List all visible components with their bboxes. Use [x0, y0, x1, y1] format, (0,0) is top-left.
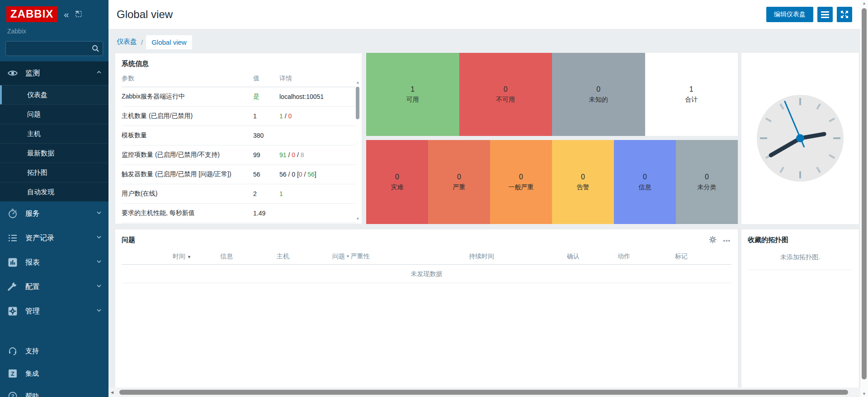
breadcrumb-current-link[interactable]: Global view — [146, 35, 192, 49]
parameter-details: 1 — [279, 190, 347, 197]
scroll-down-icon[interactable]: ▼ — [355, 217, 360, 221]
parameter-name: 触发器数量 (已启用/已禁用 [问题/正常]) — [122, 170, 253, 178]
severity-cell-严重[interactable]: 0严重 — [428, 140, 490, 224]
column-header-3[interactable]: 问题 • 严重性 — [332, 252, 370, 261]
system-info-widget: 系统信息 参数 值 详情 Zabbix服务器端运行中是localhost:100… — [115, 53, 362, 224]
fullscreen-button[interactable] — [837, 7, 852, 22]
cell-count: 0 — [643, 173, 647, 181]
parameter-value: 1.49 — [253, 210, 279, 217]
availability-cell-可用[interactable]: 1可用 — [366, 53, 459, 136]
scroll-up-icon[interactable]: ▲ — [860, 1, 868, 5]
clock-tick — [816, 103, 821, 110]
clock-tick — [799, 171, 801, 178]
zabbix-logo[interactable]: ZABBIX — [6, 6, 57, 22]
sidebar: ZABBIX « Zabbix 监测 — [0, 0, 108, 397]
scroll-left-icon[interactable]: ◄ — [108, 390, 116, 395]
chevron-down-icon — [96, 210, 102, 218]
parameter-value: 56 — [253, 171, 279, 178]
clock-tick — [829, 117, 835, 122]
availability-cell-未知的[interactable]: 0未知的 — [552, 53, 645, 136]
sidebar-popout-icon[interactable] — [75, 10, 82, 19]
parameter-value: 380 — [253, 132, 279, 139]
parameter-details: localhost:10051 — [279, 93, 347, 100]
scroll-up-icon[interactable]: ▲ — [355, 80, 360, 84]
scrollbar-thumb[interactable] — [119, 390, 848, 395]
sidebar-item-label: 主机 — [27, 130, 41, 138]
cell-label: 合计 — [685, 96, 698, 104]
stopwatch-icon — [7, 208, 18, 219]
breadcrumb-separator: / — [141, 38, 143, 46]
availability-cell-不可用[interactable]: 0不可用 — [459, 53, 552, 136]
sidebar-item-hosts[interactable]: 主机 — [0, 124, 108, 143]
sidebar-item-reports[interactable]: 报表 — [0, 250, 108, 275]
sidebar-item-help[interactable]: ? 帮助 — [0, 385, 108, 397]
chevron-down-icon — [96, 234, 102, 242]
column-header-1[interactable]: 信息 — [220, 252, 233, 261]
sidebar-item-services[interactable]: 服务 — [0, 201, 108, 226]
sidebar-item-configuration[interactable]: 配置 — [0, 275, 108, 299]
sidebar-item-maps[interactable]: 拓扑图 — [0, 163, 108, 182]
problems-widget: 问题 ••• 时间▼信息主机问题 • 严重性持续时间确认动作标记 未发现数据 — [115, 229, 738, 397]
severity-cell-信息[interactable]: 0信息 — [614, 140, 676, 224]
table-row: 模板数量380 — [122, 126, 355, 145]
breadcrumb: 仪表盘 / Global view — [116, 34, 192, 49]
scrollbar-thumb[interactable] — [862, 8, 867, 379]
parameter-details: 91 / 0 / 8 — [279, 151, 347, 159]
sidebar-item-problems[interactable]: 问题 — [0, 104, 108, 124]
sidebar-item-integrations[interactable]: Z 集成 — [0, 362, 108, 385]
sidebar-item-dashboard[interactable]: 仪表盘 — [0, 85, 108, 104]
scroll-down-icon[interactable]: ▼ — [860, 392, 868, 396]
column-header-4[interactable]: 持续时间 — [469, 252, 494, 261]
severity-cell-告警[interactable]: 0告警 — [552, 140, 614, 224]
sidebar-collapse-button[interactable]: « — [64, 10, 69, 19]
column-header-7[interactable]: 标记 — [675, 252, 688, 261]
search-input[interactable] — [5, 41, 103, 56]
widget-gear-icon[interactable] — [709, 236, 717, 245]
sidebar-item-label: 服务 — [25, 209, 40, 219]
table-row: 监控项数量 (已启用/已禁用/不支持)9991 / 0 / 8 — [122, 145, 355, 165]
severity-cell-灾难[interactable]: 0灾难 — [366, 140, 428, 224]
sidebar-item-support[interactable]: 支持 — [0, 340, 108, 362]
cell-count: 0 — [457, 173, 461, 181]
favorite-maps-widget: 收藏的拓扑图 未添加拓扑图. — [741, 229, 859, 397]
headset-icon — [7, 346, 18, 356]
clock-widget — [741, 53, 859, 224]
parameter-value: 1 — [253, 112, 279, 120]
edit-dashboard-button[interactable]: 编辑仪表盘 — [766, 7, 813, 22]
availability-cell-合计[interactable]: 1合计 — [645, 53, 738, 136]
column-header: 详情 — [279, 75, 347, 83]
sidebar-item-inventory[interactable]: 资产记录 — [0, 226, 108, 250]
parameter-value: 99 — [253, 151, 279, 159]
analog-clock — [757, 95, 844, 182]
problems-by-severity-widget: 0灾难0严重0一般严重0告警0信息0未分类 — [366, 140, 738, 224]
list-icon — [7, 233, 18, 243]
sidebar-item-monitoring[interactable]: 监测 — [0, 61, 108, 85]
sidebar-item-label: 自动发现 — [27, 188, 54, 196]
sidebar-item-latest-data[interactable]: 最新数据 — [0, 143, 108, 163]
column-header-6[interactable]: 动作 — [618, 252, 630, 261]
system-info-scrollbar[interactable]: ▲ ▼ — [355, 80, 360, 221]
empty-maps-message: 未添加拓扑图. — [748, 244, 853, 270]
vertical-scrollbar[interactable]: ▲ ▼ — [860, 0, 868, 397]
sidebar-item-label: 拓扑图 — [27, 168, 47, 177]
scrollbar-thumb[interactable] — [356, 87, 359, 119]
chevron-down-icon — [96, 258, 102, 266]
widget-more-icon[interactable]: ••• — [723, 237, 731, 244]
parameter-name: 要求的主机性能, 每秒新值 — [122, 209, 253, 217]
severity-cell-一般严重[interactable]: 0一般严重 — [490, 140, 552, 224]
cell-count: 0 — [504, 85, 508, 93]
search-icon[interactable] — [91, 44, 99, 54]
parameter-value: 2 — [253, 190, 279, 197]
column-header-0[interactable]: 时间▼ — [173, 252, 191, 261]
horizontal-scrollbar[interactable]: ◄ — [108, 388, 860, 397]
parameter-value: 是 — [253, 93, 279, 101]
sidebar-item-discovery[interactable]: 自动发现 — [0, 182, 108, 201]
breadcrumb-dashboards-link[interactable]: 仪表盘 — [116, 34, 138, 49]
clock-tick — [765, 117, 772, 122]
sidebar-item-administration[interactable]: 管理 — [0, 299, 108, 323]
column-header-5[interactable]: 确认 — [567, 252, 580, 261]
severity-cell-未分类[interactable]: 0未分类 — [676, 140, 738, 224]
column-header-2[interactable]: 主机 — [277, 252, 289, 261]
clock-tick — [799, 98, 801, 105]
dashboard-menu-button[interactable] — [817, 7, 833, 22]
